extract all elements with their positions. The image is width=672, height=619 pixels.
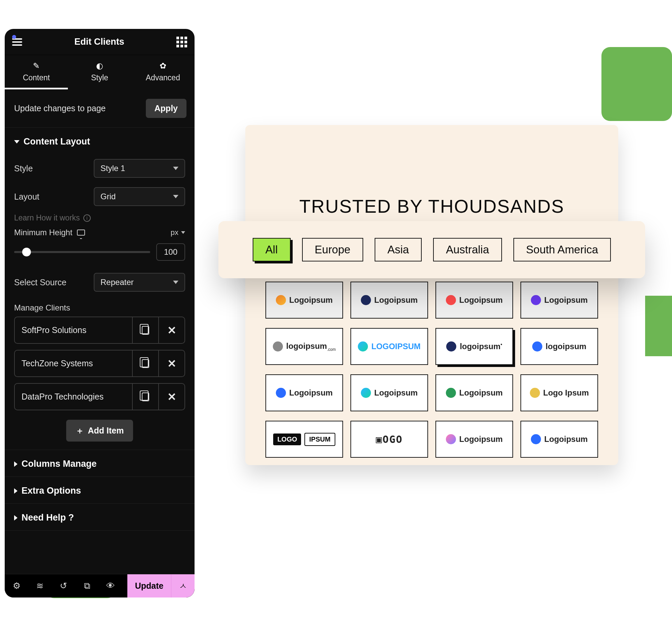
remove-button[interactable]: ✕ — [158, 384, 184, 410]
tab-content[interactable]: ✎ Content — [5, 55, 68, 89]
logo-grid: LogoipsumLogoipsumLogoipsumLogoipsumlogo… — [265, 282, 598, 458]
section-content-layout[interactable]: Content Layout — [5, 127, 195, 154]
apply-row: Update changes to page Apply — [5, 89, 195, 127]
tab-label: Content — [23, 73, 50, 82]
headline-part-a: TRUSTED BY THOUDSANDS — [299, 196, 564, 217]
chevron-down-icon — [14, 140, 19, 143]
field-label: Select Source — [14, 278, 67, 287]
min-height-input[interactable] — [156, 243, 185, 261]
decorative-block — [645, 296, 672, 356]
select-value: Grid — [100, 192, 116, 201]
filter-chip-asia[interactable]: Asia — [375, 238, 422, 261]
client-item[interactable]: DataPro Technologies ✕ — [14, 383, 185, 410]
client-item-name: TechZone Systems — [15, 350, 132, 376]
logo-card[interactable]: Logoipsum — [350, 374, 428, 411]
logo-card[interactable]: Logoipsum — [435, 282, 513, 319]
client-item-name: SoftPro Solutions — [15, 317, 132, 343]
editor-panel: Edit Clients ✎ Content ◐ Style ✿ Advance… — [5, 29, 195, 597]
logo-card[interactable]: ▣OGO — [350, 421, 428, 458]
unit-value: px — [171, 228, 178, 237]
section-need-help[interactable]: Need Help ? — [5, 503, 195, 531]
remove-button[interactable]: ✕ — [158, 317, 184, 343]
remove-button[interactable]: ✕ — [158, 350, 184, 376]
select-value: Style 1 — [100, 164, 125, 173]
filter-chip-europe[interactable]: Europe — [302, 238, 363, 261]
logo-card[interactable]: Logoipsum — [435, 421, 513, 458]
hint-row[interactable]: Learn How it works i — [5, 211, 195, 224]
update-options-button[interactable]: ㅅ — [171, 574, 195, 597]
field-source: Select Source Repeater — [5, 268, 195, 296]
logo-card[interactable]: LOGOIPSUM — [350, 328, 428, 365]
panel-body: Update changes to page Apply Content Lay… — [5, 89, 195, 574]
field-style: Style Style 1 — [5, 154, 195, 182]
logo-card[interactable]: Logoipsum — [520, 421, 598, 458]
hint-text: Learn How it works — [14, 213, 80, 222]
navigator-button[interactable]: ≋ — [28, 574, 52, 597]
copy-icon — [142, 359, 149, 368]
pencil-icon: ✎ — [5, 61, 68, 71]
filter-chip-australia[interactable]: Australia — [433, 238, 502, 261]
contrast-icon: ◐ — [68, 61, 131, 71]
field-label: Style — [14, 164, 33, 173]
layout-select[interactable]: Grid — [94, 187, 185, 206]
logo-card[interactable]: Logoipsum — [265, 282, 343, 319]
logo-card[interactable]: logoipsum• — [435, 328, 513, 365]
history-icon: ↺ — [60, 581, 67, 591]
tab-advanced[interactable]: ✿ Advanced — [131, 55, 195, 89]
filter-chip-all[interactable]: All — [253, 238, 291, 261]
close-icon: ✕ — [167, 390, 176, 403]
section-extra-options[interactable]: Extra Options — [5, 477, 195, 503]
chevron-right-icon — [14, 488, 17, 494]
desktop-icon[interactable] — [77, 230, 85, 236]
duplicate-button[interactable] — [132, 317, 158, 343]
chevron-down-icon — [173, 195, 178, 198]
tab-style[interactable]: ◐ Style — [68, 55, 131, 89]
min-height-slider[interactable] — [14, 251, 150, 253]
slider-thumb[interactable] — [22, 248, 31, 256]
history-button[interactable]: ↺ — [52, 574, 75, 597]
add-item-label: Add Item — [88, 426, 124, 436]
decorative-block — [601, 47, 672, 121]
info-icon: i — [83, 214, 91, 222]
section-title: Need Help ? — [22, 512, 74, 523]
update-button[interactable]: Update — [127, 574, 171, 597]
layers-icon: ≋ — [36, 581, 44, 591]
section-title: Extra Options — [22, 486, 81, 496]
logo-card[interactable]: logoipsum — [520, 328, 598, 365]
chevron-right-icon — [14, 461, 17, 467]
logo-card[interactable]: LOGOIPSUM — [265, 421, 343, 458]
editor-tabs: ✎ Content ◐ Style ✿ Advanced — [5, 55, 195, 89]
filter-chip-south-america[interactable]: South America — [513, 238, 611, 261]
apps-grid-icon[interactable] — [176, 37, 187, 47]
gear-icon: ⚙ — [13, 581, 20, 591]
section-columns-manage[interactable]: Columns Manage — [5, 450, 195, 477]
gear-icon: ✿ — [131, 61, 195, 71]
copy-icon — [142, 326, 149, 335]
style-select[interactable]: Style 1 — [94, 159, 185, 178]
logo-card[interactable]: Logoipsum — [435, 374, 513, 411]
plus-icon: ＋ — [76, 425, 84, 436]
min-height-control: Minimum Height px — [5, 224, 195, 261]
responsive-button[interactable]: ⧉ — [75, 574, 99, 597]
duplicate-button[interactable] — [132, 384, 158, 410]
logo-card[interactable]: Logoipsum — [350, 282, 428, 319]
logo-card[interactable]: Logoipsum — [520, 282, 598, 319]
duplicate-button[interactable] — [132, 350, 158, 376]
settings-button[interactable]: ⚙ — [5, 574, 28, 597]
logo-card[interactable]: Logoipsum — [265, 374, 343, 411]
logo-card[interactable]: logoipsum.com — [265, 328, 343, 365]
tab-label: Advanced — [146, 73, 180, 82]
apply-button[interactable]: Apply — [146, 99, 186, 118]
unit-picker[interactable]: px — [171, 228, 185, 237]
client-item[interactable]: SoftPro Solutions ✕ — [14, 317, 185, 344]
filter-bar: All Europe Asia Australia South America — [218, 221, 645, 278]
logo-card[interactable]: Logo Ipsum — [520, 374, 598, 411]
add-item-button[interactable]: ＋ Add Item — [66, 420, 133, 442]
chevron-down-icon — [173, 167, 178, 170]
chevron-up-icon: ㅅ — [179, 581, 187, 591]
source-select[interactable]: Repeater — [94, 273, 185, 292]
tab-label: Style — [91, 73, 108, 82]
preview-button[interactable]: 👁 — [99, 574, 122, 597]
client-item[interactable]: TechZone Systems ✕ — [14, 350, 185, 377]
menu-icon[interactable] — [12, 38, 22, 46]
